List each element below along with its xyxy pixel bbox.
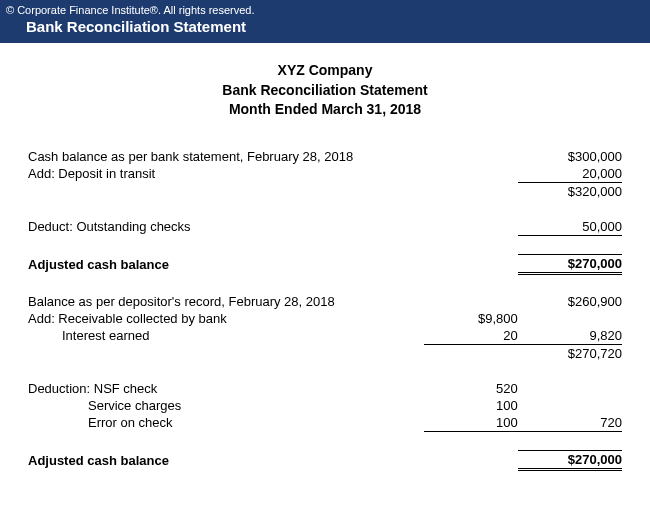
add-total: 9,820 xyxy=(518,327,622,345)
deposit-amount: 20,000 xyxy=(518,165,622,183)
book-subtotal: $270,720 xyxy=(518,344,622,362)
reconciliation-table: Cash balance as per bank statement, Febr… xyxy=(28,148,622,471)
company-name: XYZ Company xyxy=(28,61,622,81)
bank-subtotal: $320,000 xyxy=(518,182,622,200)
service-amount: 100 xyxy=(424,397,518,414)
book-adjusted-amount: $270,000 xyxy=(518,450,622,469)
statement-name: Bank Reconciliation Statement xyxy=(28,81,622,101)
service-label: Service charges xyxy=(28,398,181,413)
receivable-amount: $9,800 xyxy=(424,310,518,327)
interest-amount: 20 xyxy=(424,327,518,345)
period: Month Ended March 31, 2018 xyxy=(28,100,622,120)
document-body: XYZ Company Bank Reconciliation Statemen… xyxy=(0,43,650,491)
error-label: Error on check xyxy=(28,415,173,430)
header-title: Bank Reconciliation Statement xyxy=(6,18,644,35)
bank-cash-amount: $300,000 xyxy=(518,148,622,165)
error-amount: 100 xyxy=(424,414,518,432)
receivable-label: Add: Receivable collected by bank xyxy=(28,310,424,327)
header-bar: © Corporate Finance Institute®. All righ… xyxy=(0,0,650,43)
bank-cash-label: Cash balance as per bank statement, Febr… xyxy=(28,148,424,165)
deposit-label: Add: Deposit in transit xyxy=(28,165,424,183)
copyright-text: © Corporate Finance Institute®. All righ… xyxy=(6,4,644,16)
book-adjusted-label: Adjusted cash balance xyxy=(28,450,424,469)
nsf-label: Deduction: NSF check xyxy=(28,380,424,397)
bank-adjusted-label: Adjusted cash balance xyxy=(28,254,424,273)
book-balance-amount: $260,900 xyxy=(518,293,622,310)
outstanding-amount: 50,000 xyxy=(518,218,622,236)
deduct-total: 720 xyxy=(518,414,622,432)
book-balance-label: Balance as per depositor's record, Febru… xyxy=(28,293,424,310)
nsf-amount: 520 xyxy=(424,380,518,397)
title-block: XYZ Company Bank Reconciliation Statemen… xyxy=(28,61,622,120)
outstanding-label: Deduct: Outstanding checks xyxy=(28,218,424,236)
interest-label: Interest earned xyxy=(28,328,149,343)
bank-adjusted-amount: $270,000 xyxy=(518,254,622,273)
